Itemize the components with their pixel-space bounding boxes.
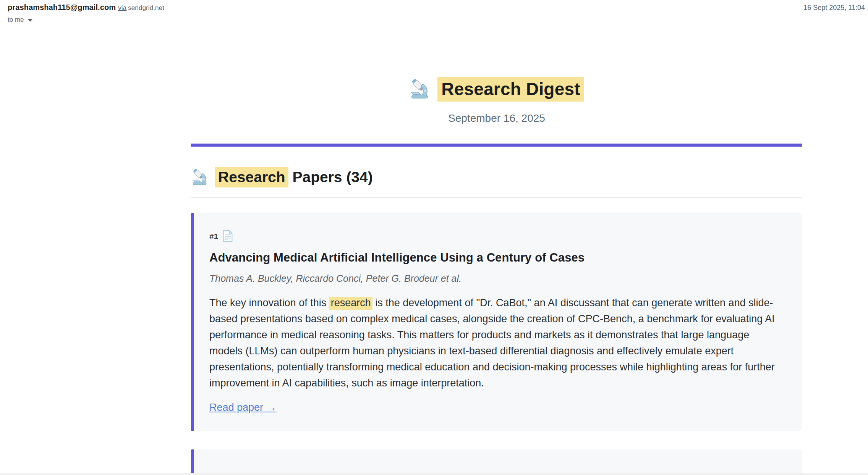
via-domain: sendgrid.net [128, 4, 164, 11]
accent-divider [191, 144, 802, 147]
paper-card: #1 Advancing Medical Artificial Intellig… [191, 213, 802, 431]
paper-title: Advancing Medical Artificial Intelligenc… [209, 251, 784, 265]
section-heading-row: Research Papers (34) [191, 168, 802, 186]
paper-rank: #1 [209, 232, 218, 241]
document-icon [222, 230, 233, 242]
sender-line: prashamshah115@gmail.comviasendgrid.net [8, 3, 164, 12]
paper-rank-row: #1 [209, 230, 784, 242]
sender-email[interactable]: prashamshah115@gmail.com [8, 3, 116, 11]
recipient-dropdown[interactable]: to me [8, 16, 33, 24]
paper-summary: The key innovation of this research is t… [209, 295, 784, 391]
read-paper-link[interactable]: Read paper → [209, 402, 277, 414]
chevron-down-icon [28, 19, 33, 22]
paper-authors: Thomas A. Buckley, Riccardo Conci, Peter… [209, 273, 784, 284]
digest-title-row: Research Digest [191, 78, 802, 100]
digest-title: Research Digest [437, 79, 584, 99]
bottom-edge-strip [0, 473, 868, 475]
microscope-icon [409, 78, 431, 100]
section-divider [191, 197, 802, 198]
message-timestamp: 16 Sept 2025, 11:04 [803, 4, 866, 12]
microscope-icon [191, 168, 209, 186]
email-body: Research Digest September 16, 2025 Resea… [191, 78, 802, 475]
recipient-label: to me [8, 16, 24, 24]
paper-card [191, 449, 802, 475]
digest-date: September 16, 2025 [191, 112, 802, 124]
via-label[interactable]: via [118, 4, 126, 11]
message-header: prashamshah115@gmail.comviasendgrid.net … [0, 0, 868, 24]
section-heading: Research Papers (34) [215, 169, 373, 186]
